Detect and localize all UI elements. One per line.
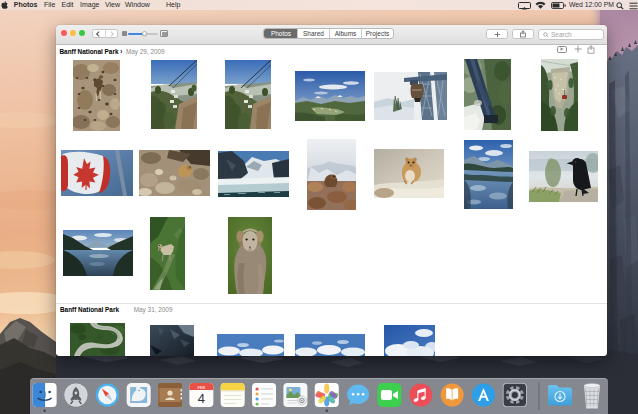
svg-text:FEB: FEB <box>197 385 205 390</box>
svg-text:4: 4 <box>198 391 205 406</box>
